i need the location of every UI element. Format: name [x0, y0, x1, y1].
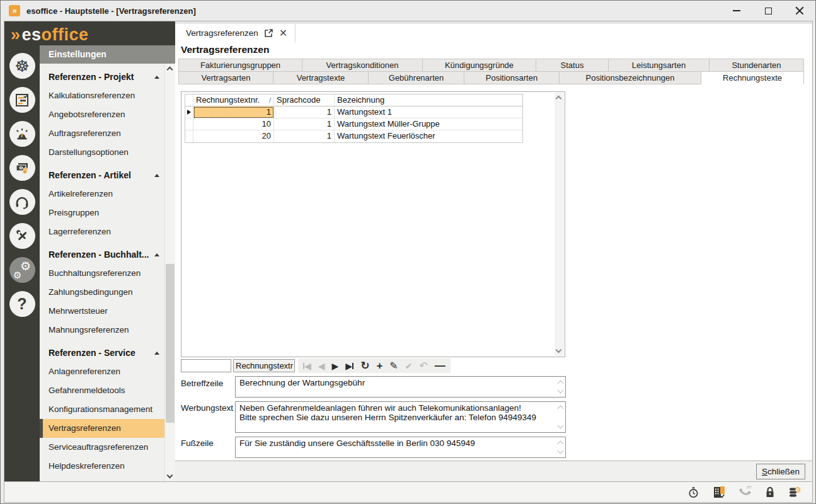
schliessen-button[interactable]: Schließen [756, 464, 805, 479]
column-header-rechnungstextnr[interactable]: Rechnungstextnr. / [193, 94, 274, 106]
minimize-button[interactable] [721, 1, 752, 21]
cell-rechnungstextnr[interactable]: 10 [193, 118, 274, 130]
fusszeile-input[interactable]: Für Sie zuständig unsere Geschäftsstelle… [236, 437, 565, 457]
phone-icon[interactable] [738, 486, 752, 498]
delete-record-icon[interactable]: — [435, 360, 445, 371]
column-header-sprachcode[interactable]: Sprachcode [274, 94, 335, 106]
module-support-button[interactable] [9, 189, 35, 215]
tab-vertragstexte[interactable]: Vertragstexte [273, 71, 369, 84]
tab-rechnungstexte[interactable]: Rechnungstexte [701, 71, 804, 84]
table-row[interactable]: 20 1 Wartungstext Feuerlöscher [185, 130, 522, 142]
table-row[interactable]: 10 1 Wartungstext Müller-Gruppe [185, 118, 522, 130]
rechnungstextnr-button[interactable]: Rechnungstextr [233, 359, 295, 372]
schliessen-label: Schließen [762, 467, 800, 476]
lock-icon[interactable] [764, 486, 776, 498]
module-billing-button[interactable] [9, 155, 35, 181]
cell-sprachcode[interactable]: 1 [274, 118, 335, 130]
titlebar: » esoffice - Hauptstelle - [Vertragsrefe… [1, 1, 815, 21]
post-changes-icon[interactable]: ✔ [405, 362, 413, 370]
sidebar-item-mehrwertsteuer[interactable]: Mehrwertsteuer [40, 302, 164, 321]
module-alarm-button[interactable] [9, 121, 35, 147]
scroll-up-icon[interactable] [556, 96, 562, 102]
table-header-row: Rechnungstextnr. / Sprachcode Bezeichnun… [185, 94, 522, 106]
tab-vertragsarten[interactable]: Vertragsarten [178, 71, 273, 84]
timer-icon[interactable] [687, 486, 699, 498]
document-tab-vertragsreferenzen[interactable]: Vertragsreferenzen ✕ [178, 24, 296, 42]
betreffzeile-input[interactable]: Berechnung der Wartungsgebühr [236, 377, 565, 397]
maximize-button[interactable] [752, 1, 784, 21]
table-scrollbar[interactable] [555, 93, 564, 356]
refresh-icon[interactable]: ↻ [360, 360, 369, 371]
cancel-changes-icon[interactable]: ↶ [419, 361, 427, 371]
nav-group-referenzen-service[interactable]: Referenzen - Service [40, 343, 164, 362]
sidebar-item-konfigurationsmanagement[interactable]: Konfigurationsmanagement [40, 400, 164, 419]
sidebar-item-kalkulationsreferenzen[interactable]: Kalkulationsreferenzen [40, 86, 164, 105]
first-record-icon[interactable]: ◀ [303, 362, 311, 370]
tab-vertragskonditionen[interactable]: Vertragskonditionen [302, 59, 423, 72]
sidebar-item-vertragsreferenzen[interactable]: Vertragsreferenzen [40, 419, 164, 438]
tab-positionsarten[interactable]: Positionsarten [464, 71, 560, 84]
sidebar-item-angebotsreferenzen[interactable]: Angebotsreferenzen [40, 105, 164, 124]
tab-status[interactable]: Status [536, 59, 609, 72]
tab-fakturierungsgruppen[interactable]: Fakturierungsgruppen [178, 59, 302, 72]
edit-record-icon[interactable]: ✎ [389, 361, 398, 371]
cell-bezeichnung[interactable]: Wartungstext Müller-Gruppe [335, 118, 522, 130]
row-indicator-cell [185, 118, 193, 130]
sidebar-item-buchhaltungsreferenzen[interactable]: Buchhaltungsreferenzen [40, 264, 164, 283]
nav-group-referenzen-artikel[interactable]: Referenzen - Artikel [40, 166, 164, 185]
scroll-down-icon[interactable] [556, 347, 562, 353]
module-projects-button[interactable] [9, 87, 35, 113]
help-icon: ? [17, 296, 26, 312]
scroll-down-icon[interactable] [167, 472, 173, 479]
collapse-arrow-icon [154, 174, 159, 177]
record-filter-input[interactable] [181, 359, 231, 372]
tab-kuendigungsgruende[interactable]: Kündigungsgründe [422, 59, 536, 72]
cell-bezeichnung[interactable]: Wartungstext 1 [335, 106, 522, 118]
column-header-bezeichnung[interactable]: Bezeichnung [335, 94, 522, 106]
cell-sprachcode[interactable]: 1 [274, 130, 335, 142]
tab-gebuehrenarten[interactable]: Gebührenarten [368, 71, 464, 84]
sidebar-item-darstellungsoptionen[interactable]: Darstellungsoptionen [40, 143, 164, 162]
cell-rechnungstextnr[interactable]: 20 [193, 130, 274, 142]
tab-positionsbezeichnungen[interactable]: Positionsbezeichnungen [559, 71, 701, 84]
open-in-window-icon[interactable] [264, 28, 273, 38]
cell-bezeichnung[interactable]: Wartungstext Feuerlöscher [335, 130, 522, 142]
sidebar-item-helpdeskreferenzen[interactable]: Helpdeskreferenzen [40, 457, 164, 476]
tab-stundenarten[interactable]: Stundenarten [709, 59, 804, 72]
sidebar-item-auftragsreferenzen[interactable]: Auftragsreferenzen [40, 124, 164, 143]
table-row[interactable]: 1 1 Wartungstext 1 [185, 106, 522, 118]
nav-scrollbar[interactable] [164, 64, 175, 481]
last-record-icon[interactable]: ▶ [345, 362, 353, 370]
sidebar-item-artikelreferenzen[interactable]: Artikelreferenzen [40, 185, 164, 203]
project-board-icon [14, 93, 30, 108]
module-settings-button[interactable]: ⚙ ⚙ [9, 257, 35, 283]
sidebar-item-mahnungsreferenzen[interactable]: Mahnungsreferenzen [40, 321, 164, 340]
insert-record-icon[interactable]: + [376, 360, 382, 371]
tab-leistungsarten[interactable]: Leistungsarten [608, 59, 710, 72]
werbungstext-input[interactable]: Neben Gefahrenmeldeanlagen führen wir au… [236, 402, 565, 432]
cell-rechnungstextnr[interactable]: 1 [193, 106, 274, 118]
document-tab-close-icon[interactable]: ✕ [279, 28, 287, 38]
sidebar-item-zahlungsbedingungen[interactable]: Zahlungsbedingungen [40, 283, 164, 302]
prior-record-icon[interactable]: ◀ [318, 362, 325, 370]
scroll-up-icon[interactable] [167, 67, 173, 73]
tab-page-footer: Schließen [175, 461, 812, 481]
module-helm-button[interactable]: ☸ [9, 53, 35, 79]
nav-group-referenzen-projekt[interactable]: Referenzen - Projekt [40, 67, 164, 86]
company-icon[interactable] [711, 485, 727, 499]
database-icon[interactable] [788, 486, 801, 499]
sidebar-item-lagerreferenzen[interactable]: Lagerreferenzen [40, 222, 164, 241]
sidebar-item-serviceauftragsreferenzen[interactable]: Serviceauftragsreferenzen [40, 438, 164, 457]
next-record-icon[interactable]: ▶ [332, 362, 339, 370]
scrollbar-thumb[interactable] [166, 264, 175, 423]
nav-group-referenzen-buchhaltung[interactable]: Referenzen - Buchhalt... [40, 245, 164, 264]
record-navigator: Rechnungstextr ◀ ◀ ▶ ▶ ↻ + ✎ ✔ ↶ — [181, 358, 451, 373]
close-window-button[interactable] [784, 1, 815, 21]
module-tools-button[interactable] [9, 223, 35, 249]
sidebar-item-anlagenreferenzen[interactable]: Anlagenreferenzen [40, 362, 164, 381]
esoffice-logo: »esoffice [11, 25, 89, 44]
cell-sprachcode[interactable]: 1 [274, 106, 335, 118]
sidebar-item-gefahrenmeldetools[interactable]: Gefahrenmeldetools [40, 381, 164, 400]
sidebar-item-preisgruppen[interactable]: Preisgruppen [40, 203, 164, 222]
module-help-button[interactable]: ? [9, 291, 35, 317]
